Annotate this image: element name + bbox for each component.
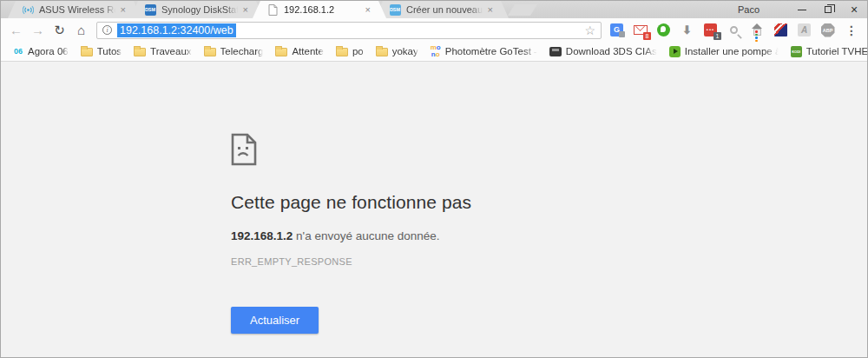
green-play-icon (669, 46, 681, 57)
tab-192-168-1-2[interactable]: 192.168.1.2 × (253, 1, 386, 18)
url-text-selected[interactable]: 192.168.1.2:32400/web (117, 23, 236, 37)
tab-close-icon[interactable]: × (243, 5, 248, 15)
tab-close-icon[interactable]: × (488, 5, 493, 15)
gmail-extension-icon[interactable]: 8 (633, 23, 648, 37)
tvheadend-icon: KODI (791, 46, 802, 57)
new-tab-button[interactable] (508, 4, 537, 16)
bookmark-folder-tutos[interactable]: Tutos (76, 44, 127, 58)
close-button[interactable]: × (841, 1, 867, 18)
back-button[interactable]: ← (5, 20, 27, 41)
bookmark-agora-06[interactable]: 06Agora 06 (8, 44, 74, 58)
dsm-light-icon: DSM (389, 3, 401, 16)
bookmark-folder-po[interactable]: po (331, 44, 369, 58)
adblock-plus-icon[interactable]: ABP (820, 23, 835, 37)
reload-button[interactable]: ↻ (49, 20, 70, 41)
folder-icon (275, 48, 287, 56)
tab-title: 192.168.1.2 (284, 4, 362, 15)
tab-title: Créer un nouveau sujet (406, 4, 484, 15)
error-code: ERR_EMPTY_RESPONSE (231, 256, 717, 267)
tab-strip: ASUS Wireless Router RT × DSM Synology D… (1, 1, 867, 18)
reload-page-button[interactable]: Actualiser (231, 307, 319, 334)
gmail-badge: 8 (643, 32, 651, 40)
bookmark-folder-yokay[interactable]: yokay (371, 44, 424, 58)
sad-page-icon (231, 133, 257, 166)
search-magnifier-icon[interactable] (727, 23, 741, 37)
titlebar-controls: Paco × (738, 1, 867, 18)
bookmarks-bar: 06Agora 06 Tutos Traveaux Telecharg Atte… (1, 42, 867, 62)
folder-icon (134, 48, 146, 56)
extension-area: G 8 ⬇ •••1 A ABP (606, 23, 840, 37)
wifi-icon (22, 3, 34, 16)
page-content: Cette page ne fonctionne pas 192.168.1.2… (1, 62, 867, 357)
password-manager-icon[interactable]: •••1 (703, 23, 718, 37)
bookmark-star-icon[interactable]: ☆ (584, 24, 595, 36)
tab-close-icon[interactable]: × (121, 5, 126, 15)
minimize-button[interactable] (789, 1, 815, 18)
tab-close-icon[interactable]: × (365, 5, 371, 15)
folder-icon (336, 48, 348, 56)
browser-window: ASUS Wireless Router RT × DSM Synology D… (0, 0, 868, 358)
error-title: Cette page ne fonctionne pas (231, 192, 717, 213)
password-badge: 1 (713, 32, 721, 40)
error-page: Cette page ne fonctionne pas 192.168.1.2… (231, 133, 717, 334)
bookmark-folder-telecharg[interactable]: Telecharg (199, 44, 269, 58)
bookmark-folder-attente[interactable]: Attente (270, 44, 328, 58)
folder-icon (81, 48, 93, 56)
restore-button[interactable] (815, 1, 841, 18)
download-manager-icon[interactable]: ⬇ (680, 23, 694, 37)
address-bar[interactable]: i 192.168.1.2:32400/web ☆ (96, 22, 602, 39)
bookmark-photometre-gotest[interactable]: monoPhotomètre GoTest - (425, 43, 542, 60)
adobe-acrobat-icon[interactable]: A (797, 23, 812, 37)
speed-dial-home-icon[interactable] (750, 23, 765, 37)
google-translate-icon[interactable]: G (609, 23, 624, 37)
tab-title: Synology DiskStation - N (161, 4, 240, 15)
bookmark-folder-traveaux[interactable]: Traveaux (128, 44, 197, 58)
bookmark-download-3ds-cias[interactable]: Download 3DS CIAs (544, 44, 662, 58)
dsm-dark-icon: DSM (144, 3, 156, 16)
console-icon (549, 47, 562, 56)
error-message-rest: n'a envoyé aucune donnée. (293, 229, 439, 242)
bookmark-installer-pompe[interactable]: Installer une pompe à (664, 44, 784, 59)
folder-icon (376, 48, 388, 56)
page-info-icon[interactable]: i (102, 25, 112, 35)
diagonal-flag-icon[interactable] (773, 23, 788, 37)
bookmark-tutoriel-tvheadend[interactable]: KODITutoriel TVHEADEND (786, 44, 868, 59)
manomano-icon: mono (431, 44, 441, 58)
restore-icon (825, 6, 832, 13)
close-icon: × (851, 3, 858, 16)
folder-icon (204, 48, 216, 56)
toolbar: ← → ↻ ⌂ i 192.168.1.2:32400/web ☆ G 8 ⬇ … (1, 18, 867, 42)
page-icon (266, 3, 279, 16)
green-app-icon[interactable] (656, 23, 671, 37)
profile-name[interactable]: Paco (738, 4, 760, 15)
tab-title: ASUS Wireless Router RT (39, 4, 117, 15)
tab-asus-router[interactable]: ASUS Wireless Router RT × (8, 1, 141, 18)
chrome-menu-icon[interactable]: ⋮ (840, 23, 863, 37)
tab-creer-nouveau-sujet[interactable]: DSM Créer un nouveau sujet × (375, 1, 509, 18)
agora-06-icon: 06 (13, 47, 23, 56)
forward-button[interactable]: → (27, 20, 49, 41)
minimize-icon (798, 10, 806, 10)
tab-synology-diskstation[interactable]: DSM Synology DiskStation - N × (130, 1, 264, 18)
error-message: 192.168.1.2 n'a envoyé aucune donnée. (231, 229, 717, 242)
home-button[interactable]: ⌂ (70, 20, 92, 41)
error-host: 192.168.1.2 (231, 229, 293, 242)
